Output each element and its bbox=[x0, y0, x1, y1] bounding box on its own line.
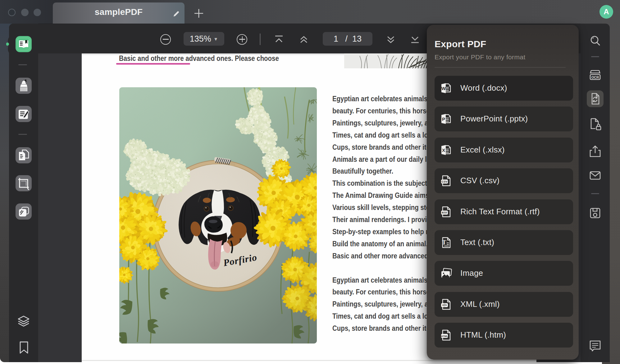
svg-text:X: X bbox=[442, 148, 445, 153]
svg-text:HTML: HTML bbox=[441, 335, 448, 338]
svg-text:</>: </> bbox=[442, 303, 447, 307]
svg-text:OCR: OCR bbox=[591, 75, 599, 79]
svg-text:T: T bbox=[442, 239, 446, 246]
svg-text:P: P bbox=[442, 116, 445, 122]
svg-text:CSV: CSV bbox=[442, 180, 448, 183]
svg-text:W: W bbox=[441, 86, 446, 91]
svg-text:RTF: RTF bbox=[442, 211, 447, 214]
